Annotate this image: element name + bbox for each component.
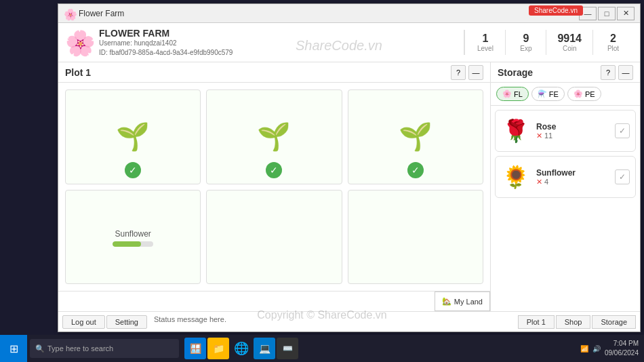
storage-tab-fe[interactable]: ⚗️ FE	[531, 87, 565, 101]
stat-level: 1 Level	[464, 30, 505, 55]
storage-tab-fl[interactable]: 🌸 FL	[496, 87, 529, 101]
taskbar-search[interactable]: 🔍 Type here to search	[30, 339, 179, 358]
plant-name-4: Sunflower	[115, 229, 150, 239]
status-text: Status message here.	[148, 315, 510, 329]
rose-x-icon: ✕	[536, 132, 542, 140]
sunflower-name: Sunflower	[536, 168, 615, 178]
fe-icon: ⚗️	[538, 89, 547, 98]
close-button[interactable]: ✕	[617, 7, 635, 20]
sharecode-text: ShareCode.vn	[534, 7, 578, 14]
plant-emoji-3: 🌱	[399, 121, 432, 153]
main-window: 🌸 Flower Farm — □ ✕ 🌸 FLOWER FARM Userna…	[58, 3, 641, 332]
bottom-right: Plot 1 Shop Storage	[514, 315, 640, 329]
id-label: ID: fbaf0d79-885a-4acd-9a34-e9fdb990c579	[99, 48, 464, 58]
rose-count: ✕ 11	[536, 132, 615, 140]
fl-icon: 🌸	[502, 89, 512, 98]
stat-exp: 9 Exp	[505, 30, 546, 55]
app-header: 🌸 FLOWER FARM Username: hunqdzai1402 ID:…	[58, 23, 640, 62]
taskbar-app-chrome[interactable]: 🌐	[230, 338, 252, 359]
taskbar-app-windows[interactable]: 🪟	[184, 338, 206, 359]
plot-cell-6[interactable]	[348, 190, 483, 285]
taskbar-app-vscode[interactable]: 💻	[254, 338, 275, 359]
stats-bar: 1 Level 9 Exp 9914 Coin 2 Plot	[464, 30, 633, 55]
plot-grid: 🌱 ✓ 🌱 ✓ 🌱 ✓ Sunflower	[58, 83, 490, 291]
sunflower-x-icon: ✕	[536, 178, 542, 186]
plant-progress-4	[113, 241, 153, 247]
maximize-button[interactable]: □	[598, 7, 616, 20]
plot-cell-3[interactable]: 🌱 ✓	[348, 89, 483, 184]
clock-time: 7:04 PM	[605, 339, 639, 348]
storage-item-rose: 🌹 Rose ✕ 11 ✓	[495, 110, 636, 152]
my-land-label: My Land	[454, 298, 483, 306]
main-content: Plot 1 ? — 🌱 ✓ 🌱 ✓ 🌱 ✓	[58, 62, 640, 311]
farm-icon: 🏡	[442, 297, 451, 306]
storage-section: Storage ? — 🌸 FL ⚗️ FE 🌸 PE	[491, 62, 640, 311]
sunflower-check[interactable]: ✓	[615, 169, 630, 184]
rose-info: Rose ✕ 11	[536, 122, 615, 140]
setting-button[interactable]: Setting	[106, 315, 147, 329]
storage-help-button[interactable]: ?	[601, 65, 616, 80]
storage-tab-pe[interactable]: 🌸 PE	[567, 87, 601, 101]
plot-cell-5[interactable]	[206, 190, 342, 285]
app-info: FLOWER FARM Username: hunqdzai1402 ID: f…	[99, 28, 464, 58]
taskbar-app-terminal[interactable]: ⌨️	[277, 338, 298, 359]
bottom-left: Log out Setting Status message here.	[58, 315, 514, 329]
sharecode-logo: ShareCode.vn	[529, 5, 583, 16]
window-title: Flower Farm	[79, 9, 579, 18]
plot-cell-1[interactable]: 🌱 ✓	[65, 89, 201, 184]
start-button[interactable]: ⊞	[0, 335, 27, 362]
pe-icon: 🌸	[573, 89, 583, 98]
plot-help-button[interactable]: ?	[451, 65, 466, 80]
storage-collapse-button[interactable]: —	[618, 65, 633, 80]
stat-coin: 9914 Coin	[546, 30, 592, 55]
window-icon: 🌸	[64, 8, 75, 19]
plot-footer: 🏡 My Land	[58, 291, 490, 311]
search-icon: 🔍	[35, 344, 45, 353]
taskbar: ⊞ 🔍 Type here to search 🪟 📁 🌐 💻 ⌨️ 📶 🔊 7…	[0, 335, 644, 362]
plot-header: Plot 1 ? —	[58, 62, 490, 83]
bottom-bar: Log out Setting Status message here. Plo…	[58, 311, 640, 331]
plot-cell-4[interactable]: Sunflower	[65, 190, 201, 285]
my-land-button[interactable]: 🏡 My Land	[435, 291, 490, 311]
sunflower-count: ✕ 4	[536, 178, 615, 186]
rose-icon: 🌹	[501, 116, 531, 146]
app-title: FLOWER FARM	[99, 28, 464, 39]
plant-emoji-1: 🌱	[116, 121, 150, 153]
volume-icon: 🔊	[592, 345, 601, 353]
app-logo: 🌸	[65, 29, 92, 56]
plot-title: Plot 1	[65, 67, 448, 78]
plot-cell-2[interactable]: 🌱 ✓	[206, 89, 342, 184]
plot1-button[interactable]: Plot 1	[518, 315, 555, 329]
taskbar-right: 📶 🔊 7:04 PM 09/06/2024	[575, 339, 644, 358]
sunflower-info: Sunflower ✕ 4	[536, 168, 615, 186]
stat-plot: 2 Plot	[592, 30, 633, 55]
network-icon: 📶	[580, 345, 588, 353]
taskbar-apps: 🪟 📁 🌐 💻 ⌨️	[182, 338, 301, 359]
rose-name: Rose	[536, 122, 615, 132]
plant-check-1: ✓	[125, 162, 141, 178]
storage-button[interactable]: Storage	[592, 315, 636, 329]
rose-check[interactable]: ✓	[615, 123, 630, 138]
storage-items: 🌹 Rose ✕ 11 ✓ 🌻 Sunflower	[491, 106, 640, 311]
plant-progress-bar-4	[113, 241, 141, 247]
clock-date: 09/06/2024	[605, 348, 639, 358]
plot-collapse-button[interactable]: —	[468, 65, 483, 80]
storage-item-sunflower: 🌻 Sunflower ✕ 4 ✓	[495, 156, 636, 198]
storage-title: Storage	[498, 67, 598, 78]
plant-emoji-2: 🌱	[257, 121, 291, 153]
plant-check-2: ✓	[266, 162, 282, 178]
taskbar-clock: 7:04 PM 09/06/2024	[605, 339, 639, 358]
search-placeholder: Type here to search	[47, 344, 113, 353]
taskbar-app-explorer[interactable]: 📁	[207, 338, 229, 359]
storage-tabs: 🌸 FL ⚗️ FE 🌸 PE	[491, 83, 640, 106]
shop-button[interactable]: Shop	[556, 315, 591, 329]
plant-check-3: ✓	[407, 162, 424, 178]
plot-section: Plot 1 ? — 🌱 ✓ 🌱 ✓ 🌱 ✓	[58, 62, 491, 311]
sunflower-icon: 🌻	[501, 162, 531, 192]
logout-button[interactable]: Log out	[62, 315, 105, 329]
username-label: Username: hunqdzai1402	[99, 39, 464, 48]
window-controls: — □ ✕	[579, 7, 635, 20]
storage-header: Storage ? —	[491, 62, 640, 83]
